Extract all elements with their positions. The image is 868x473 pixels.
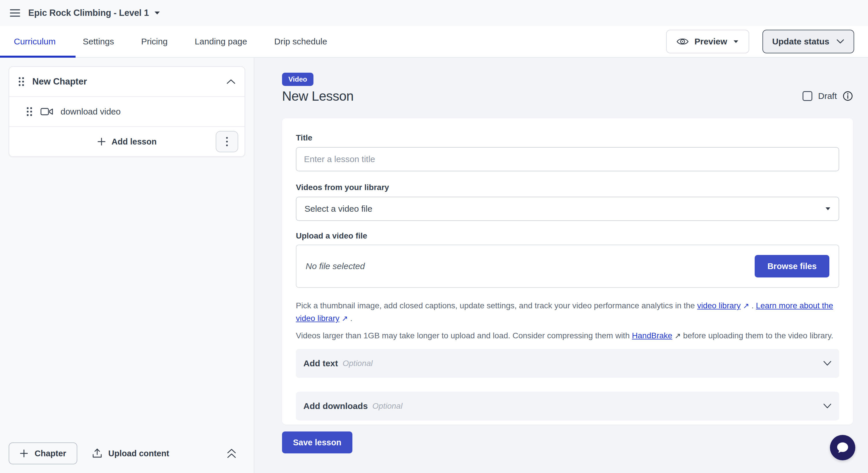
app-window: Epic Rock Climbing - Level 1 Curriculum … [0,0,868,473]
external-link-icon: ↗ [743,299,749,312]
optional-label: Optional [343,359,373,368]
save-lesson-button[interactable]: Save lesson [282,432,352,453]
video-library-link[interactable]: video library [697,301,741,310]
add-text-label: Add text [303,358,338,368]
add-downloads-accordion[interactable]: Add downloads Optional [296,392,839,420]
body: New Chapter download video [0,58,868,473]
add-lesson-button[interactable]: Add lesson [112,137,157,147]
add-lesson-row: Add lesson [9,127,245,156]
update-status-label: Update status [772,37,829,46]
caret-down-icon [825,207,831,211]
tab-bar: Curriculum Settings Pricing Landing page… [0,26,868,58]
video-library-label: Videos from your library [296,183,839,192]
help-text: . [348,314,353,323]
file-upload-box: No file selected Browse files [296,245,839,288]
chat-bubble-icon [836,441,849,454]
caret-down-icon [154,11,160,15]
add-downloads-label: Add downloads [303,401,368,411]
help-text: before uploading them to the video libra… [681,331,833,340]
tab-settings[interactable]: Settings [83,37,114,46]
preview-label: Preview [694,37,727,46]
draft-group: Draft [803,91,853,101]
browse-files-button[interactable]: Browse files [755,255,829,278]
upload-content-label: Upload content [108,449,169,458]
draft-checkbox[interactable] [803,91,812,101]
lesson-title-input[interactable] [296,147,839,171]
main-content: Video New Lesson Draft Title Videos from… [254,58,868,473]
video-icon [40,107,53,116]
menu-icon[interactable] [9,7,21,19]
help-text: . [749,301,756,310]
collapse-all-icon[interactable] [226,448,237,459]
tab-landing-page[interactable]: Landing page [195,37,247,46]
eye-icon [677,37,689,46]
upload-content-button[interactable]: Upload content [92,448,169,459]
preview-button[interactable]: Preview [666,30,749,53]
optional-label: Optional [372,402,402,411]
plus-icon [20,449,28,458]
lesson-title: download video [61,107,121,117]
active-tab-indicator [0,56,75,58]
compression-help-text: Videos larger than 1GB may take longer t… [296,329,839,342]
upload-video-label: Upload a video file [296,231,839,241]
sidebar-footer: Chapter Upload content [0,434,254,473]
chevron-down-icon [823,360,832,366]
add-chapter-label: Chapter [35,449,66,458]
help-text: Pick a thumbnail image, add closed capti… [296,301,697,310]
lesson-form-card: Title Videos from your library Select a … [282,118,853,424]
tabs: Curriculum Settings Pricing Landing page… [0,37,327,46]
upload-icon [92,448,102,459]
external-link-icon: ↗ [342,312,348,325]
caret-down-icon [733,40,739,43]
update-status-button[interactable]: Update status [763,30,854,53]
tab-drip-schedule[interactable]: Drip schedule [274,37,327,46]
chapter-card: New Chapter download video [9,66,245,157]
plus-icon [97,137,106,146]
chevron-down-icon [823,403,832,409]
handbrake-link[interactable]: HandBrake [632,331,672,340]
chapter-menu-button[interactable] [216,131,238,152]
curriculum-sidebar: New Chapter download video [0,58,254,473]
draft-label: Draft [818,91,837,101]
title-label: Title [296,133,839,143]
chat-widget-button[interactable] [830,435,855,460]
chapter-title: New Chapter [32,76,87,87]
add-text-accordion[interactable]: Add text Optional [296,349,839,378]
course-title: Epic Rock Climbing - Level 1 [28,8,149,18]
video-library-select[interactable]: Select a video file [296,197,839,221]
chapter-header[interactable]: New Chapter [9,67,245,96]
page-title: New Lesson [282,88,353,104]
topbar: Epic Rock Climbing - Level 1 [0,0,868,26]
help-text: Videos larger than 1GB may take longer t… [296,331,632,340]
chevron-up-icon[interactable] [226,79,236,85]
course-switcher[interactable]: Epic Rock Climbing - Level 1 [28,8,160,18]
drag-handle-icon[interactable] [18,76,25,87]
lesson-type-badge: Video [282,73,313,86]
add-chapter-button[interactable]: Chapter [9,442,77,464]
no-file-text: No file selected [306,261,365,271]
external-link-icon: ↗ [675,329,681,342]
info-icon[interactable] [843,91,853,101]
drag-handle-icon[interactable] [26,106,33,117]
chevron-down-icon [836,39,844,44]
tab-pricing[interactable]: Pricing [141,37,167,46]
nav-actions: Preview Update status [666,30,868,53]
lesson-item[interactable]: download video [9,97,245,126]
video-library-selected-value: Select a video file [305,204,372,214]
video-library-help-text: Pick a thumbnail image, add closed capti… [296,299,839,325]
tab-curriculum[interactable]: Curriculum [14,37,56,46]
